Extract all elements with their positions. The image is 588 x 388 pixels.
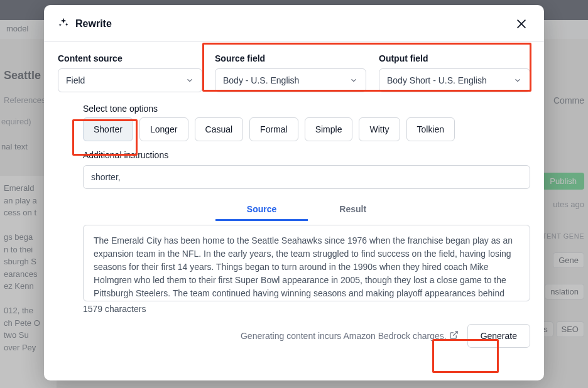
modal-header: Rewrite [44,5,544,42]
source-result-tabs: Source Result [83,199,530,221]
source-field-select[interactable]: Body - U.S. English [215,68,366,92]
character-count: 1579 characters [83,304,530,314]
source-text-box: The Emerald City has been home to the Se… [83,225,530,301]
tone-button-shorter[interactable]: Shorter [83,117,133,141]
close-button[interactable] [513,15,530,33]
output-field-value: Body Short - U.S. English [387,75,487,85]
additional-instructions-label: Additional instructions [83,150,530,160]
content-source-label: Content source [58,53,202,63]
bedrock-notice-text: Generating content incurs Amazon Bedrock… [241,331,447,341]
tone-options: ShorterLongerCasualFormalSimpleWittyTolk… [83,117,530,141]
chevron-down-icon [185,76,194,85]
tone-button-casual[interactable]: Casual [195,117,244,141]
rewrite-modal: Rewrite Content source Field Source fiel… [44,5,544,380]
tone-button-tolkien[interactable]: Tolkien [406,117,455,141]
source-field-value: Body - U.S. English [223,75,299,85]
additional-instructions-input[interactable] [83,165,530,189]
svg-line-2 [453,331,457,336]
tone-button-simple[interactable]: Simple [305,117,353,141]
content-source-value: Field [66,75,85,85]
generate-button[interactable]: Generate [467,324,530,348]
tab-source[interactable]: Source [215,199,308,221]
content-source-select[interactable]: Field [58,68,202,92]
tone-button-formal[interactable]: Formal [249,117,298,141]
external-link-icon[interactable] [449,330,459,342]
tab-result[interactable]: Result [308,199,398,221]
output-field-select[interactable]: Body Short - U.S. English [379,68,530,92]
output-field-label: Output field [379,53,530,63]
chevron-down-icon [513,76,522,85]
tone-button-longer[interactable]: Longer [139,117,188,141]
bedrock-notice: Generating content incurs Amazon Bedrock… [241,330,459,342]
tone-button-witty[interactable]: Witty [359,117,400,141]
tone-label: Select tone options [83,104,530,114]
sparkle-icon [58,17,69,31]
chevron-down-icon [349,76,358,85]
source-text-content: The Emerald City has been home to the Se… [94,235,513,301]
modal-title-text: Rewrite [75,18,112,30]
source-field-label: Source field [215,53,366,63]
